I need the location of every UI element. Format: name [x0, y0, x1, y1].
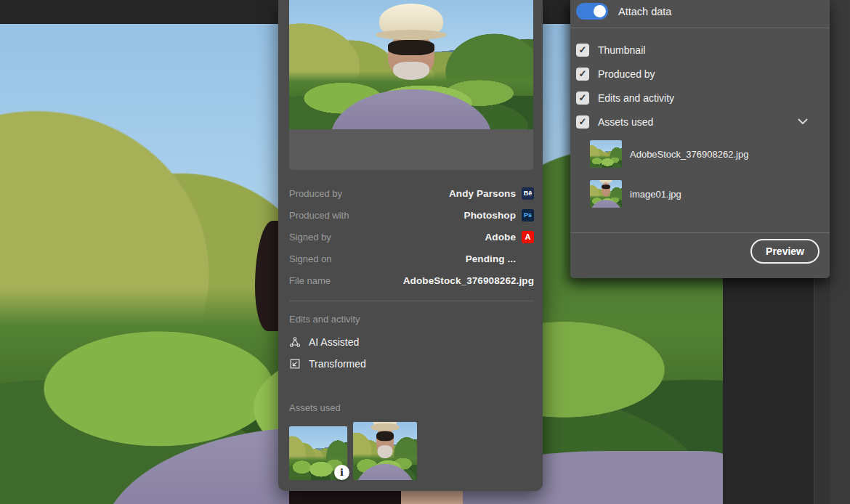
section-divider — [289, 301, 534, 301]
toggle-label: Attach data — [618, 6, 671, 17]
selfie-cap-brim — [376, 30, 446, 40]
selfie-thumbnail[interactable] — [353, 422, 417, 480]
chevron-down-icon[interactable] — [798, 118, 808, 125]
info-row-signed-on: Signed on Pending ... — [289, 248, 534, 269]
selfie-sunglasses — [602, 184, 611, 190]
info-badge-icon[interactable]: i — [334, 465, 349, 480]
right-panel-strip-lower — [814, 278, 830, 504]
selfie-cap-brim — [371, 424, 399, 431]
checkbox-checked-icon[interactable]: ✓ — [576, 44, 589, 57]
credentials-info-rows: Produced by Andy Parsons Bē Produced wit… — [289, 182, 534, 291]
info-label: Signed by — [289, 232, 485, 243]
info-label: Produced by — [289, 188, 449, 199]
thumbnail-caption-area — [289, 129, 533, 170]
right-panel-strip — [830, 0, 850, 504]
assets-section-title: Assets used — [289, 402, 534, 413]
selfie-sunglasses — [388, 40, 434, 54]
info-label: Produced with — [289, 210, 464, 221]
attach-data-toggle-row: Attach data — [570, 0, 830, 28]
checkbox-checked-icon[interactable]: ✓ — [576, 68, 589, 81]
info-row-file-name: File name AdobeStock_376908262.jpg — [289, 269, 534, 291]
info-value: Pending ... — [466, 253, 516, 264]
selfie-shirt — [331, 89, 492, 129]
adobe-icon: A — [522, 231, 534, 243]
selfie-man — [289, 0, 533, 129]
selfie-sunglasses — [376, 431, 394, 441]
activity-row-transformed: Transformed — [289, 353, 534, 375]
asset-row-image01[interactable]: image01.jpg — [590, 180, 818, 208]
edits-section-title: Edits and activity — [289, 314, 534, 325]
info-value: Andy Parsons — [449, 188, 516, 199]
checkbox-row-produced-by[interactable]: ✓ Produced by — [576, 62, 818, 86]
photoshop-workspace: Produced by Andy Parsons Bē Produced wit… — [0, 0, 850, 504]
preview-button[interactable]: Preview — [750, 239, 819, 264]
icon-spacer — [522, 253, 534, 265]
checkbox-checked-icon[interactable]: ✓ — [576, 115, 589, 129]
checkbox-label: Assets used — [598, 116, 653, 128]
activity-label: Transformed — [309, 358, 366, 370]
info-row-produced-with: Produced with Photoshop Ps — [289, 204, 534, 226]
panel-footer-divider — [570, 232, 830, 233]
selfie-man — [590, 180, 622, 208]
info-value: Photoshop — [464, 210, 516, 221]
checkbox-label: Thumbnail — [598, 44, 645, 56]
selfie-shirt — [353, 464, 416, 480]
info-value: AdobeStock_376908262.jpg — [403, 275, 534, 286]
info-label: Signed on — [289, 253, 466, 264]
checkbox-row-assets-used[interactable]: ✓ Assets used — [576, 110, 818, 134]
selfie-thumbnail — [590, 180, 622, 208]
attached-assets-list: AdobeStock_376908262.jpg image01.jpg — [570, 134, 830, 208]
landscape-thumbnail — [590, 140, 622, 168]
activity-label: AI Assisted — [309, 336, 359, 348]
transformed-icon — [289, 358, 301, 370]
checkbox-row-edits-and-activity[interactable]: ✓ Edits and activity — [576, 86, 818, 110]
credentials-thumbnail-image — [289, 0, 533, 129]
activity-row-ai-assisted: AI Assisted — [289, 331, 534, 353]
asset-filename: image01.jpg — [630, 189, 681, 200]
ai-assisted-icon — [289, 336, 301, 348]
checkbox-label: Produced by — [598, 68, 655, 80]
info-label: File name — [289, 275, 403, 286]
toggle-knob — [594, 5, 606, 17]
content-credentials-card: Produced by Andy Parsons Bē Produced wit… — [278, 0, 543, 491]
photo-man-hair — [255, 221, 280, 331]
checkbox-checked-icon[interactable]: ✓ — [576, 92, 589, 105]
asset-row-adobestock[interactable]: AdobeStock_376908262.jpg — [590, 140, 818, 168]
info-row-signed-by: Signed by Adobe A — [289, 226, 534, 248]
selfie-shirt — [590, 200, 622, 208]
info-value: Adobe — [485, 232, 517, 243]
behance-icon: Bē — [522, 187, 534, 200]
attach-options-list: ✓ Thumbnail ✓ Produced by ✓ Edits and ac… — [570, 28, 830, 134]
photoshop-icon: Ps — [522, 209, 534, 221]
assets-used-thumbnails: i — [289, 422, 534, 480]
selfie-man — [353, 422, 417, 480]
asset-filename: AdobeStock_376908262.jpg — [630, 149, 748, 160]
attach-data-panel: Attach data ✓ Thumbnail ✓ Produced by ✓ … — [570, 0, 830, 278]
checkbox-row-thumbnail[interactable]: ✓ Thumbnail — [576, 38, 818, 62]
checkbox-label: Edits and activity — [598, 92, 674, 104]
info-row-produced-by: Produced by Andy Parsons Bē — [289, 182, 534, 204]
selfie-beard — [393, 62, 429, 80]
attach-data-toggle[interactable] — [576, 3, 608, 20]
selfie-beard — [378, 446, 392, 458]
